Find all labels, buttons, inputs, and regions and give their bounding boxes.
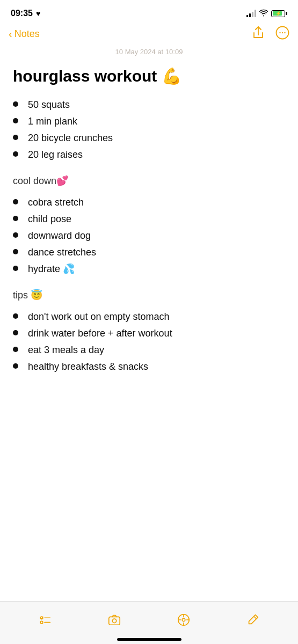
list-item: hydrate 💦: [13, 262, 285, 276]
bullet-dot: [13, 347, 18, 352]
bullet-dot: [13, 118, 18, 123]
bullet-dot: [13, 232, 18, 238]
camera-button[interactable]: [107, 613, 121, 627]
tips-label: tips 😇: [13, 289, 285, 301]
list-item-text: don't work out on empty stomach: [28, 310, 170, 324]
nav-bar: ‹ Notes: [0, 24, 298, 47]
bullet-dot: [13, 151, 18, 157]
checklist-icon: [38, 613, 52, 627]
more-icon[interactable]: [275, 26, 289, 42]
list-item-text: 20 leg raises: [28, 148, 83, 162]
checklist-button[interactable]: [38, 613, 52, 627]
svg-point-11: [182, 618, 185, 621]
list-item-text: cobra stretch: [28, 195, 84, 210]
note-content: hourglass workout 💪 50 squats 1 min plan…: [0, 61, 298, 441]
list-item-text: drink water before + after workout: [28, 326, 172, 341]
list-item: 20 bicycle crunches: [13, 131, 285, 145]
signal-icon: [246, 10, 256, 17]
cool-down-label: cool down💕: [13, 175, 285, 187]
svg-line-16: [253, 616, 256, 619]
status-time: 09:35: [11, 9, 33, 18]
list-item-text: healthy breakfasts & snacks: [28, 360, 148, 374]
svg-point-2: [282, 32, 283, 33]
list-item-text: downward dog: [28, 229, 91, 243]
status-bar: 09:35 ♥ ⚡: [0, 0, 298, 24]
cool-down-list: cobra stretch child pose downward dog da…: [13, 195, 285, 276]
battery-icon: ⚡: [271, 10, 287, 17]
bullet-dot: [13, 363, 18, 369]
list-item-text: hydrate 💦: [28, 262, 75, 276]
note-title: hourglass workout 💪: [13, 67, 285, 86]
tips-list: don't work out on empty stomach drink wa…: [13, 310, 285, 374]
bullet-dot: [13, 266, 18, 271]
list-item: 50 squats: [13, 98, 285, 112]
bottom-toolbar: [0, 601, 298, 644]
svg-point-3: [284, 32, 285, 33]
markup-icon: [177, 613, 191, 627]
bullet-dot: [13, 330, 18, 335]
list-item: dance stretches: [13, 245, 285, 260]
bullet-dot: [13, 101, 18, 107]
list-item: 1 min plank: [13, 114, 285, 129]
list-item: 20 leg raises: [13, 148, 285, 162]
back-label: Notes: [14, 28, 40, 40]
wifi-icon: [259, 9, 268, 18]
back-button[interactable]: ‹ Notes: [9, 28, 40, 40]
list-item-text: 50 squats: [28, 98, 70, 112]
list-item-text: 20 bicycle crunches: [28, 131, 113, 145]
chevron-left-icon: ‹: [9, 28, 12, 40]
compose-icon: [246, 613, 260, 627]
svg-rect-8: [109, 617, 120, 625]
list-item: don't work out on empty stomach: [13, 310, 285, 324]
list-item: eat 3 meals a day: [13, 343, 285, 357]
bullet-dot: [13, 249, 18, 254]
list-item: drink water before + after workout: [13, 326, 285, 341]
bullet-dot: [13, 313, 18, 319]
list-item: healthy breakfasts & snacks: [13, 360, 285, 374]
list-item: downward dog: [13, 229, 285, 243]
status-heart-icon: ♥: [36, 9, 40, 18]
share-icon[interactable]: [252, 26, 265, 42]
list-item-text: dance stretches: [28, 245, 96, 260]
nav-actions: [252, 26, 289, 42]
bullet-dot: [13, 199, 18, 204]
svg-point-1: [279, 32, 280, 33]
list-item-text: 1 min plank: [28, 114, 77, 129]
list-item-text: child pose: [28, 212, 71, 226]
home-indicator: [117, 638, 181, 641]
workout-list: 50 squats 1 min plank 20 bicycle crunche…: [13, 98, 285, 162]
svg-point-9: [112, 619, 116, 623]
bullet-dot: [13, 216, 18, 221]
list-item: child pose: [13, 212, 285, 226]
compose-button[interactable]: [246, 613, 260, 627]
bullet-dot: [13, 135, 18, 140]
date-watermark: 10 May 2024 at 10:09: [0, 47, 298, 61]
camera-icon: [107, 613, 121, 627]
svg-point-5: [41, 621, 43, 624]
status-right: ⚡: [246, 9, 287, 18]
list-item: cobra stretch: [13, 195, 285, 210]
markup-button[interactable]: [177, 613, 191, 627]
status-left: 09:35 ♥: [11, 9, 40, 18]
list-item-text: eat 3 meals a day: [28, 343, 104, 357]
